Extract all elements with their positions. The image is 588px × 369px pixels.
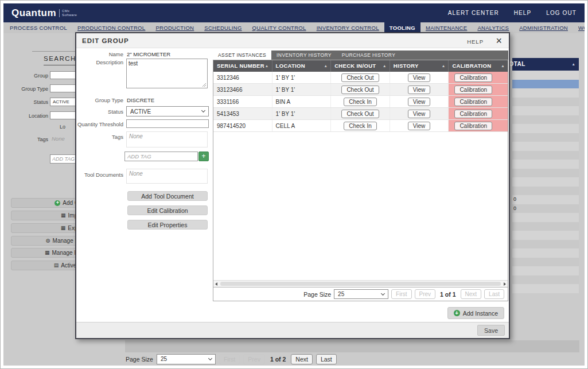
column-header-check-inout[interactable]: CHECK IN/OUT bbox=[331, 60, 390, 72]
background-table-row[interactable] bbox=[512, 133, 579, 142]
background-table-row[interactable] bbox=[512, 231, 579, 240]
column-header-history[interactable]: HISTORY bbox=[390, 60, 449, 72]
view-button[interactable]: View bbox=[408, 122, 431, 130]
last-page-button[interactable]: Last bbox=[316, 354, 337, 364]
check-out-button[interactable]: Check Out bbox=[341, 110, 379, 118]
description-textarea[interactable]: test bbox=[126, 59, 208, 88]
background-grid-footer bbox=[125, 340, 579, 352]
background-table-row[interactable] bbox=[512, 88, 579, 98]
background-table-row[interactable] bbox=[512, 80, 579, 89]
brand-subtitle: CMx Software bbox=[62, 9, 77, 17]
next-page-button[interactable]: Next bbox=[461, 289, 482, 299]
background-table-row[interactable] bbox=[512, 160, 579, 169]
table-row: 3331166BIN ACheck InViewCalibration bbox=[213, 96, 508, 108]
history-cell: View bbox=[390, 84, 449, 95]
background-table-row[interactable] bbox=[512, 266, 579, 275]
background-table-row[interactable] bbox=[512, 187, 579, 196]
first-page-button[interactable]: First bbox=[219, 354, 240, 364]
background-table-row[interactable] bbox=[512, 258, 579, 267]
edit-calibration-button[interactable]: Edit Calibration bbox=[127, 205, 208, 215]
prev-page-button[interactable]: Prev bbox=[243, 354, 265, 364]
background-table-row[interactable] bbox=[512, 248, 579, 258]
tab-asset-instances[interactable]: ASSET INSTANCES bbox=[213, 51, 271, 60]
column-header-location[interactable]: LOCATION bbox=[272, 60, 332, 72]
background-table-header[interactable]: TOTAL ▲ bbox=[512, 58, 579, 71]
serial-number-cell: 3331166 bbox=[213, 96, 272, 107]
calibration-cell: Calibration bbox=[449, 84, 508, 95]
logout-link[interactable]: LOG OUT bbox=[546, 10, 577, 16]
view-button[interactable]: View bbox=[408, 86, 431, 94]
background-table-row[interactable]: 0 bbox=[512, 204, 579, 213]
add-tool-document-button[interactable]: Add Tool Document bbox=[127, 191, 208, 201]
calibration-button[interactable]: Calibration bbox=[454, 110, 492, 118]
first-page-button[interactable]: First bbox=[391, 289, 411, 299]
navbar-links: ALERT CENTER HELP LOG OUT bbox=[448, 10, 577, 16]
last-page-button[interactable]: Last bbox=[484, 289, 504, 299]
prev-page-button[interactable]: Prev bbox=[415, 289, 436, 299]
add-tag-input[interactable] bbox=[124, 152, 198, 161]
tab-purchase-history[interactable]: PURCHASE HISTORY bbox=[337, 51, 400, 60]
modal-help-link[interactable]: HELP bbox=[467, 38, 484, 45]
tags-empty-value: None bbox=[52, 135, 65, 142]
calibration-button[interactable]: Calibration bbox=[454, 122, 492, 130]
grid-icon: ▦ bbox=[61, 226, 66, 231]
column-header-serial-number[interactable]: SERIAL NUMBER bbox=[213, 60, 272, 72]
table-row: 331234661' BY 1'Check OutViewCalibration bbox=[213, 84, 508, 96]
location-label: Location bbox=[3, 113, 48, 119]
close-icon[interactable]: × bbox=[496, 34, 502, 47]
calibration-button[interactable]: Calibration bbox=[454, 73, 492, 82]
background-table-row[interactable] bbox=[512, 169, 579, 178]
menu-item-administration[interactable]: ADMINISTRATION bbox=[514, 22, 573, 33]
check-inout-cell: Check Out bbox=[331, 108, 390, 119]
group-type-value: DISCRETE bbox=[127, 97, 154, 103]
background-table-row[interactable] bbox=[512, 124, 579, 133]
background-table-row[interactable] bbox=[512, 98, 579, 107]
check-in-button[interactable]: Check In bbox=[344, 98, 376, 106]
background-table-row[interactable] bbox=[512, 177, 579, 187]
calibration-button[interactable]: Calibration bbox=[454, 98, 492, 106]
serial-number-cell: 987414520 bbox=[213, 120, 272, 131]
edit-properties-button[interactable]: Edit Properties bbox=[127, 220, 208, 230]
menu-item-process-control[interactable]: PROCESS CONTROL bbox=[5, 22, 72, 33]
view-button[interactable]: View bbox=[408, 73, 431, 82]
page-size-select[interactable]: 25 bbox=[334, 289, 388, 299]
view-button[interactable]: View bbox=[408, 110, 431, 118]
location-cell: BIN A bbox=[272, 96, 332, 107]
alert-center-link[interactable]: ALERT CENTER bbox=[448, 10, 499, 16]
background-table-row[interactable] bbox=[512, 284, 579, 293]
status-label: Status bbox=[3, 99, 48, 105]
background-table-row[interactable] bbox=[512, 240, 579, 249]
background-table-row[interactable]: 0 bbox=[512, 195, 579, 204]
check-out-button[interactable]: Check Out bbox=[341, 86, 379, 94]
background-table-row[interactable] bbox=[512, 115, 579, 125]
scroll-right-icon[interactable] bbox=[504, 282, 506, 286]
next-page-button[interactable]: Next bbox=[291, 354, 313, 364]
view-button[interactable]: View bbox=[408, 98, 431, 106]
background-table-row[interactable] bbox=[512, 222, 579, 231]
background-table-row[interactable] bbox=[512, 71, 579, 80]
background-table-row[interactable] bbox=[512, 275, 579, 285]
tab-inventory-history[interactable]: INVENTORY HISTORY bbox=[271, 51, 337, 60]
add-tag-button[interactable]: + bbox=[198, 152, 209, 161]
background-table-row[interactable] bbox=[512, 106, 579, 115]
background-table-row[interactable] bbox=[512, 213, 579, 222]
background-table-row[interactable] bbox=[512, 151, 579, 160]
panel-top-line bbox=[32, 51, 81, 52]
modal-footer: Save bbox=[76, 322, 509, 338]
column-header-calibration[interactable]: CALIBRATION bbox=[449, 60, 508, 72]
menu-item-work-centers[interactable]: WORK CENTERS bbox=[573, 22, 585, 33]
check-in-button[interactable]: Check In bbox=[344, 122, 376, 130]
add-instance-button[interactable]: + Add Instance bbox=[447, 307, 504, 319]
scroll-left-icon[interactable] bbox=[215, 282, 217, 286]
save-button[interactable]: Save bbox=[477, 325, 505, 336]
quantity-threshold-input[interactable] bbox=[126, 119, 209, 128]
check-out-button[interactable]: Check Out bbox=[341, 73, 379, 82]
calibration-button[interactable]: Calibration bbox=[454, 86, 492, 94]
background-table-row[interactable] bbox=[512, 142, 579, 151]
horizontal-scrollbar[interactable] bbox=[213, 280, 508, 287]
page-size-select[interactable]: 25 bbox=[157, 354, 216, 364]
status-select[interactable]: ACTIVE bbox=[126, 106, 209, 116]
scrollbar-thumb[interactable] bbox=[220, 282, 501, 286]
grid-header-row: SERIAL NUMBER LOCATION CHECK IN/OUT HIST… bbox=[213, 60, 508, 72]
help-link[interactable]: HELP bbox=[514, 10, 532, 16]
